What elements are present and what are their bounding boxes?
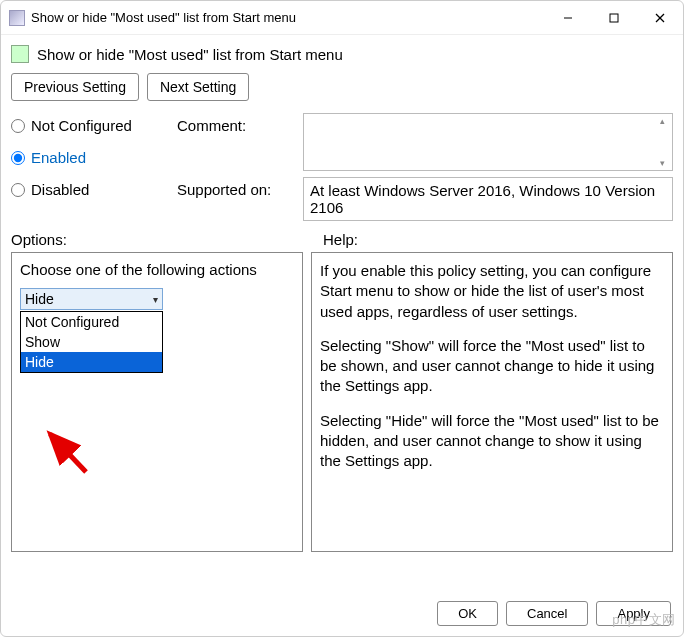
help-pane: If you enable this policy setting, you c… [311,252,673,552]
supported-value: At least Windows Server 2016, Windows 10… [310,182,655,216]
help-paragraph-1: If you enable this policy setting, you c… [320,261,664,322]
action-combobox-value: Hide [25,291,54,307]
svg-rect-1 [610,14,618,22]
next-setting-button[interactable]: Next Setting [147,73,249,101]
scroll-up-icon: ▴ [660,116,670,126]
options-heading: Options: [11,231,309,248]
previous-setting-button[interactable]: Previous Setting [11,73,139,101]
radio-disabled[interactable]: Disabled [11,177,171,202]
dropdown-item-hide[interactable]: Hide [21,352,162,372]
pane-labels: Options: Help: [1,225,683,252]
radio-not-configured[interactable]: Not Configured [11,113,171,138]
help-paragraph-3: Selecting "Hide" will force the "Most us… [320,411,664,472]
comment-textarea[interactable]: ▴ ▾ [303,113,673,171]
scroll-down-icon: ▾ [660,158,670,168]
policy-window-icon [9,10,25,26]
ok-button[interactable]: OK [437,601,498,626]
comment-label: Comment: [177,113,297,134]
options-pane: Choose one of the following actions Hide… [11,252,303,552]
chevron-down-icon: ▾ [153,294,158,305]
radio-disabled-label: Disabled [31,181,89,198]
window: Show or hide "Most used" list from Start… [0,0,684,637]
maximize-icon [609,13,619,23]
dropdown-item-not-configured[interactable]: Not Configured [21,312,162,332]
action-dropdown: Not Configured Show Hide [20,311,163,373]
window-title: Show or hide "Most used" list from Start… [31,10,545,25]
close-button[interactable] [637,1,683,35]
radio-enabled-label: Enabled [31,149,86,166]
cancel-button[interactable]: Cancel [506,601,588,626]
dropdown-item-show[interactable]: Show [21,332,162,352]
radio-enabled-input[interactable] [11,151,25,165]
policy-title: Show or hide "Most used" list from Start… [37,46,343,63]
supported-text: At least Windows Server 2016, Windows 10… [303,177,673,221]
radio-enabled[interactable]: Enabled [11,145,171,170]
help-paragraph-2: Selecting "Show" will force the "Most us… [320,336,664,397]
close-icon [655,13,665,23]
help-heading: Help: [309,231,673,248]
radio-not-configured-input[interactable] [11,119,25,133]
watermark: php中文网 [612,611,676,629]
radio-not-configured-label: Not Configured [31,117,132,134]
nav-buttons: Previous Setting Next Setting [1,69,683,109]
titlebar: Show or hide "Most used" list from Start… [1,1,683,35]
header: Show or hide "Most used" list from Start… [1,35,683,69]
window-controls [545,1,683,35]
minimize-button[interactable] [545,1,591,35]
panes: Choose one of the following actions Hide… [1,252,683,552]
options-prompt: Choose one of the following actions [20,261,294,278]
supported-label: Supported on: [177,177,297,198]
minimize-icon [563,13,573,23]
radio-disabled-input[interactable] [11,183,25,197]
maximize-button[interactable] [591,1,637,35]
action-combobox[interactable]: Hide ▾ [20,288,163,310]
policy-icon [11,45,29,63]
config-area: Not Configured Enabled Disabled Comment:… [1,109,683,225]
